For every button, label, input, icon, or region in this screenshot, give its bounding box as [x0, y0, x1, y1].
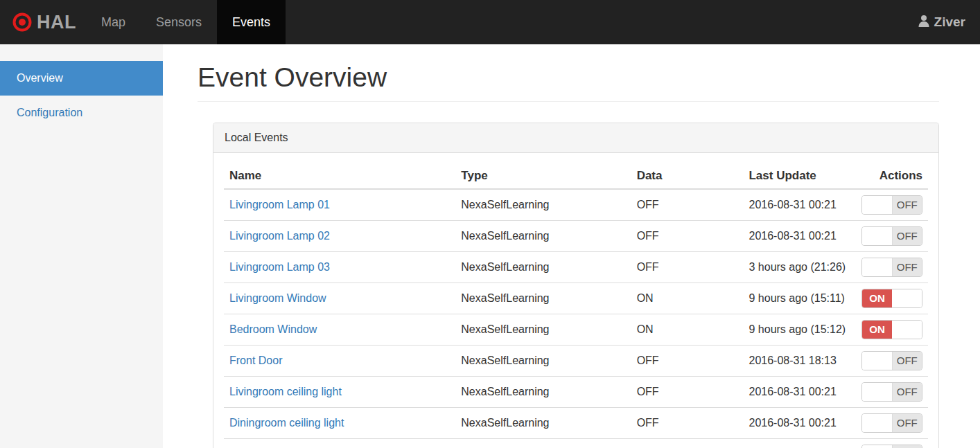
toggle-off-label: OFF — [893, 414, 922, 432]
table-row: Livingroom Lamp 01 NexaSelfLearning OFF … — [224, 189, 928, 221]
event-type: NexaSelfLearning — [455, 376, 631, 407]
event-name-link[interactable]: Livingroom Window — [229, 292, 326, 304]
toggle-off-label: OFF — [893, 227, 922, 245]
toggle-handle — [862, 227, 893, 245]
event-data: OFF — [631, 189, 744, 221]
page-title: Event Overview — [198, 63, 939, 102]
event-last-update: 3 hours ago (21:26) — [743, 251, 856, 283]
toggle-off-label: OFF — [893, 445, 922, 448]
toggle-off-label: OFF — [893, 196, 922, 214]
toggle-handle — [892, 321, 922, 339]
power-toggle[interactable]: ON OFF — [861, 382, 922, 402]
toggle-handle — [862, 196, 893, 214]
table-row: Front Door NexaSelfLearning OFF 2016-08-… — [224, 345, 928, 376]
event-name-link[interactable]: Livingroom ceiling light — [229, 386, 342, 397]
event-type: NexaSelfLearning — [455, 189, 631, 221]
toggle-handle — [862, 383, 893, 401]
table-row: Livingroom ceiling light NexaSelfLearnin… — [224, 376, 928, 407]
event-type: NexaSelfLearning — [455, 283, 631, 314]
panel-title: Local Events — [213, 123, 938, 153]
column-header-type: Type — [455, 163, 631, 189]
sidebar: Overview Configuration — [0, 44, 163, 448]
table-row: Livingroom Lamp 02 NexaSelfLearning OFF … — [224, 220, 928, 251]
column-header-actions: Actions — [856, 163, 928, 189]
event-type: NexaSelfLearning — [455, 438, 631, 448]
event-last-update: 2016-08-31 18:13 — [743, 345, 856, 376]
table-row: Diningroom ceiling light NexaSelfLearnin… — [224, 407, 928, 438]
event-last-update: 2016-08-31 00:21 — [743, 376, 856, 407]
event-last-update: 9 hours ago (15:12) — [743, 314, 856, 345]
events-table-body: Livingroom Lamp 01 NexaSelfLearning OFF … — [224, 189, 928, 448]
event-type: NexaSelfLearning — [455, 220, 631, 251]
event-name-link[interactable]: Livingroom Lamp 03 — [229, 261, 330, 273]
event-last-update: 2016-08-31 00:21 — [743, 220, 856, 251]
power-toggle[interactable]: ON OFF — [861, 445, 922, 448]
user-name: Ziver — [934, 15, 965, 30]
event-data: OFF — [631, 345, 744, 376]
sidebar-item-label: Configuration — [17, 107, 82, 119]
toggle-handle — [862, 258, 893, 276]
table-row: Bedroom Window NexaSelfLearning ON 9 hou… — [224, 314, 928, 345]
event-data: OFF — [631, 407, 744, 438]
event-name-link[interactable]: Livingroom Lamp 02 — [229, 230, 330, 242]
toggle-handle — [862, 352, 893, 370]
event-name-link[interactable]: Diningroom ceiling light — [229, 417, 344, 429]
hal-logo-icon — [12, 12, 32, 32]
user-icon — [917, 14, 931, 31]
local-events-panel: Local Events Name Type Data Last Update … — [213, 123, 939, 448]
event-data: OFF — [631, 251, 744, 283]
nav-item-events[interactable]: Events — [217, 0, 286, 44]
top-navbar: HAL Map Sensors Events Ziver — [0, 0, 980, 44]
event-type: NexaSelfLearning — [455, 407, 631, 438]
toggle-off-label: OFF — [893, 383, 922, 401]
event-last-update: 2016-08-31 00:21 — [743, 438, 856, 448]
sidebar-item-overview[interactable]: Overview — [0, 61, 163, 96]
event-type: NexaSelfLearning — [455, 314, 631, 345]
user-menu[interactable]: Ziver — [917, 0, 980, 44]
event-data: OFF — [631, 438, 744, 448]
column-header-last-update: Last Update — [743, 163, 856, 189]
power-toggle[interactable]: ON OFF — [861, 351, 922, 370]
panel-body: Name Type Data Last Update Actions Livin… — [213, 153, 938, 448]
sidebar-item-label: Overview — [17, 72, 63, 84]
power-toggle[interactable]: ON OFF — [861, 413, 922, 433]
table-row: Livingroom Lamp 03 NexaSelfLearning OFF … — [224, 251, 928, 283]
brand[interactable]: HAL — [0, 0, 86, 44]
power-toggle[interactable]: ON OFF — [861, 258, 922, 277]
power-toggle[interactable]: ON OFF — [861, 226, 922, 246]
column-header-data: Data — [631, 163, 744, 189]
event-data: ON — [631, 314, 744, 345]
toggle-handle — [892, 289, 922, 307]
event-last-update: 2016-08-31 00:21 — [743, 407, 856, 438]
event-type: NexaSelfLearning — [455, 251, 631, 283]
event-data: OFF — [631, 376, 744, 407]
brand-label: HAL — [37, 12, 76, 33]
event-name-link[interactable]: Livingroom Lamp 01 — [229, 199, 330, 210]
power-toggle[interactable]: ON OFF — [861, 195, 922, 215]
toggle-handle — [862, 445, 893, 448]
event-last-update: 9 hours ago (15:11) — [743, 283, 856, 314]
event-data: ON — [631, 283, 744, 314]
event-name-link[interactable]: Bedroom Window — [229, 323, 317, 335]
event-last-update: 2016-08-31 00:21 — [743, 189, 856, 221]
power-toggle[interactable]: ON OFF — [861, 320, 922, 339]
table-row: Kitchen ceiling light NexaSelfLearning O… — [224, 438, 928, 448]
sidebar-item-configuration[interactable]: Configuration — [0, 96, 163, 130]
main-content: Event Overview Local Events Name Type Da… — [163, 44, 980, 448]
toggle-handle — [862, 414, 893, 432]
toggle-off-label: OFF — [893, 258, 922, 276]
event-name-link[interactable]: Front Door — [229, 355, 282, 366]
event-type: NexaSelfLearning — [455, 345, 631, 376]
event-data: OFF — [631, 220, 744, 251]
table-row: Livingroom Window NexaSelfLearning ON 9 … — [224, 283, 928, 314]
events-table: Name Type Data Last Update Actions Livin… — [224, 163, 928, 448]
column-header-name: Name — [224, 163, 455, 189]
main-nav: Map Sensors Events — [86, 0, 286, 44]
toggle-on-label: ON — [862, 289, 892, 307]
toggle-on-label: ON — [862, 321, 892, 339]
power-toggle[interactable]: ON OFF — [861, 289, 922, 308]
nav-item-sensors[interactable]: Sensors — [141, 0, 217, 44]
nav-item-map[interactable]: Map — [86, 0, 141, 44]
toggle-off-label: OFF — [893, 352, 922, 370]
